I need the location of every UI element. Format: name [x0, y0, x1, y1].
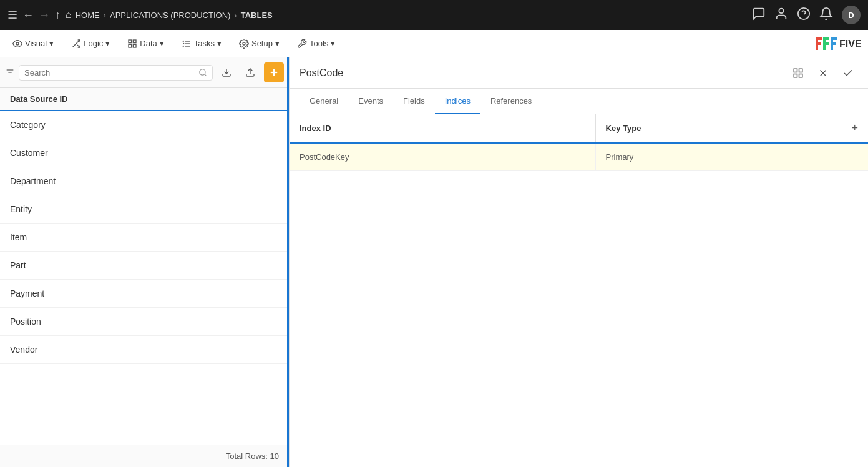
download-button[interactable]: [217, 62, 237, 82]
nav-data[interactable]: Data ▾: [120, 35, 171, 52]
cell-key-type: Primary: [595, 143, 868, 171]
breadcrumb-apps[interactable]: APPLICATIONS (PRODUCTION): [110, 11, 230, 20]
header-actions: [788, 63, 858, 83]
nav-visual[interactable]: Visual ▾: [5, 35, 61, 52]
indices-table: Index ID Key Type + PostCodeKey: [290, 114, 868, 171]
breadcrumb-home[interactable]: HOME: [76, 11, 100, 20]
cell-index-id: PostCodeKey: [290, 143, 595, 171]
avatar[interactable]: D: [842, 6, 861, 24]
left-toolbar: [0, 57, 289, 88]
up-button[interactable]: ↑: [55, 9, 61, 22]
right-header: PostCode: [290, 57, 868, 89]
list-item[interactable]: Department: [0, 167, 289, 195]
sec-nav-items: Visual ▾ Logic ▾ Data ▾ Tasks ▾ Setup ▾ …: [5, 35, 343, 52]
breadcrumb-tables[interactable]: TABLES: [241, 11, 273, 20]
nav-setup[interactable]: Setup ▾: [232, 35, 287, 52]
search-box[interactable]: [19, 65, 213, 81]
list-item[interactable]: Customer: [0, 139, 289, 167]
col-header-index-id: Index ID: [290, 114, 595, 143]
nav-tools[interactable]: Tools ▾: [290, 35, 343, 52]
svg-rect-29: [794, 74, 797, 77]
svg-line-22: [205, 74, 207, 76]
top-bar: ☰ ← → ↑ ⌂ HOME › APPLICATIONS (PRODUCTIO…: [0, 0, 868, 30]
panel-title: PostCode: [300, 67, 788, 79]
right-panel: PostCode General Events Fields Indices R…: [290, 57, 868, 467]
top-bar-right: D: [752, 6, 861, 24]
menu-icon[interactable]: ☰: [7, 8, 17, 22]
tab-events[interactable]: Events: [348, 89, 393, 114]
svg-point-21: [200, 69, 205, 75]
svg-marker-15: [823, 37, 829, 50]
svg-marker-16: [831, 37, 837, 50]
col-header-key-type: Key Type +: [595, 114, 868, 143]
grid-view-button[interactable]: [788, 63, 808, 83]
breadcrumb: ⌂ HOME › APPLICATIONS (PRODUCTION) › TAB…: [66, 9, 273, 21]
search-icon: [198, 68, 207, 77]
svg-rect-27: [794, 69, 797, 72]
list-header: Data Source ID: [0, 88, 289, 111]
list-item[interactable]: Entity: [0, 195, 289, 224]
svg-rect-9: [134, 44, 137, 47]
breadcrumb-sep-1: ›: [104, 11, 106, 20]
breadcrumb-sep-2: ›: [234, 11, 237, 20]
list-items: Category Customer Department Entity Item…: [0, 111, 289, 445]
nav-tasks[interactable]: Tasks ▾: [174, 35, 229, 52]
svg-rect-28: [799, 69, 802, 72]
table-header-row: Index ID Key Type +: [290, 114, 868, 143]
tab-indices[interactable]: Indices: [435, 89, 480, 114]
svg-rect-8: [129, 44, 132, 47]
svg-rect-6: [129, 40, 132, 43]
left-panel: Data Source ID Category Customer Departm…: [0, 57, 290, 467]
secondary-nav: Visual ▾ Logic ▾ Data ▾ Tasks ▾ Setup ▾ …: [0, 30, 868, 57]
user-icon[interactable]: [774, 7, 788, 24]
top-bar-left: ☰ ← → ↑ ⌂ HOME › APPLICATIONS (PRODUCTIO…: [7, 8, 747, 22]
help-icon[interactable]: [797, 7, 811, 24]
tabs: General Events Fields Indices References: [290, 89, 868, 114]
chat-icon[interactable]: [752, 7, 766, 24]
filter-icon: [5, 67, 15, 77]
svg-text:FIVE: FIVE: [839, 39, 862, 49]
list-footer: Total Rows: 10: [0, 445, 289, 467]
search-input[interactable]: [24, 68, 198, 77]
bell-icon[interactable]: [819, 7, 833, 24]
list-item[interactable]: Part: [0, 252, 289, 280]
svg-point-0: [779, 8, 783, 12]
svg-point-13: [243, 42, 245, 45]
five-logo: FIVE: [813, 35, 863, 52]
upload-button[interactable]: [240, 62, 260, 82]
panel-divider: [287, 57, 289, 467]
main-content: Data Source ID Category Customer Departm…: [0, 57, 868, 467]
tab-references[interactable]: References: [480, 89, 542, 114]
svg-point-3: [16, 42, 19, 45]
add-button[interactable]: [264, 62, 284, 82]
list-item[interactable]: Category: [0, 111, 289, 139]
list-item[interactable]: Item: [0, 224, 289, 252]
tab-fields[interactable]: Fields: [393, 89, 435, 114]
list-item[interactable]: Payment: [0, 280, 289, 308]
table-row[interactable]: PostCodeKey Primary: [290, 143, 868, 171]
close-button[interactable]: [813, 63, 833, 83]
svg-rect-7: [134, 40, 137, 43]
svg-marker-14: [816, 37, 822, 50]
back-button[interactable]: ←: [22, 9, 34, 22]
svg-rect-30: [799, 74, 802, 77]
list-item[interactable]: Vendor: [0, 336, 289, 364]
nav-logic[interactable]: Logic ▾: [64, 35, 117, 52]
table-container: Index ID Key Type + PostCodeKey: [290, 114, 868, 467]
tab-general[interactable]: General: [300, 89, 348, 114]
forward-button[interactable]: →: [39, 9, 50, 22]
confirm-button[interactable]: [838, 63, 858, 83]
add-index-button[interactable]: +: [851, 122, 858, 135]
list-item[interactable]: Position: [0, 308, 289, 336]
